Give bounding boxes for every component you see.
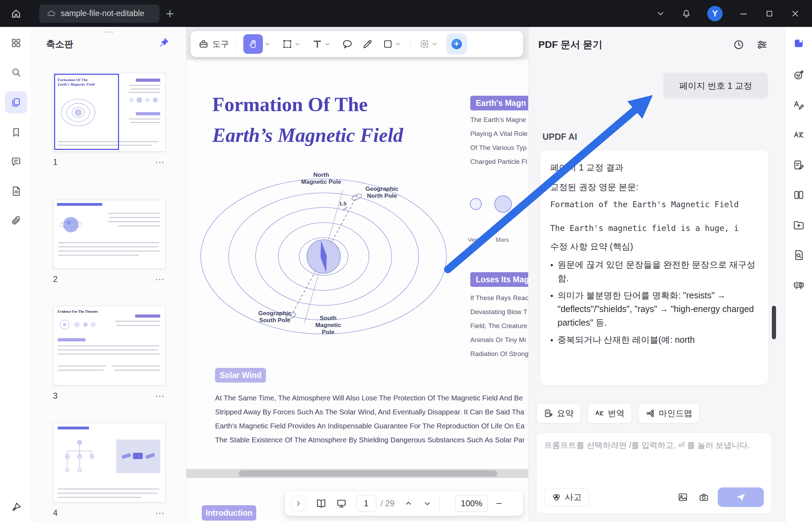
thumb-preview-4[interactable] [53,423,165,502]
ink-pen-icon[interactable] [10,502,22,513]
select-tool-chevron[interactable] [294,40,301,48]
response-bullet: ●의미가 불분명한 단어를 명확화: "resists" → "deflects… [550,289,759,329]
previous-page-chevron[interactable] [404,499,413,508]
tools-label: 도구 [212,38,229,50]
export-folder-icon[interactable] [793,219,805,231]
text-tool-chevron[interactable] [324,40,331,48]
translate-page-icon[interactable] [793,129,805,141]
section-text-line: Of The Various Typ [470,141,528,155]
tools-button[interactable]: 도구 [198,38,229,50]
page-number-input[interactable] [356,495,376,512]
page-number: 4 [53,508,58,518]
reader-panel-icon[interactable] [793,37,805,51]
response-heading: 페이지 1 교정 결과 [550,161,759,174]
history-icon[interactable] [733,39,745,51]
titlebar-controls: Y [656,6,812,21]
document-view: Formation Of The Earth’s Magnetic Field … [186,27,528,522]
document-icon[interactable] [10,186,22,197]
text-tool-icon[interactable] [312,38,323,50]
next-page-chevron[interactable] [422,499,432,508]
thumb-graphic [58,255,139,256]
prompt-input[interactable] [544,440,764,478]
ai-panel-title: PDF 문서 묻기 [538,38,603,51]
comments-icon[interactable] [10,156,22,167]
summary-icon [544,408,553,418]
notification-bell-icon[interactable] [681,9,691,19]
horizontal-scrollbar-thumb[interactable] [239,470,497,477]
bullet-icon: ● [550,258,553,285]
ocr-search-icon[interactable] [793,249,805,261]
thumb-graphic [136,79,160,82]
select-tool-icon[interactable] [282,38,293,50]
send-button[interactable] [718,487,764,507]
minimize-button[interactable] [739,9,748,19]
ai-assistant-icon[interactable] [793,69,805,81]
response-mono-line: The Earth's magnetic field is a huge, i [550,224,759,233]
zoom-level[interactable]: 100% [455,495,488,512]
capture-tool-chevron[interactable] [431,40,438,48]
thumb-more-button[interactable]: ⋯ [155,507,165,519]
updf-ai-button[interactable] [446,34,467,55]
home-button[interactable] [0,0,32,27]
thumb-more-button[interactable]: ⋯ [155,274,165,285]
thumb-preview-2[interactable] [53,200,165,269]
apps-grid-icon[interactable] [10,37,22,49]
thumb-more-button[interactable]: ⋯ [155,157,165,168]
zoom-out-button[interactable]: − [496,498,502,509]
reading-mode-icon[interactable] [316,498,327,509]
section-text: The Earth's Magne Playing A Vital Role O… [470,113,528,169]
hand-icon [248,39,258,49]
proofread-text-icon[interactable] [793,99,805,111]
translate-button[interactable]: 번역 [587,403,632,423]
hand-tool-button[interactable] [243,34,263,54]
bookmark-icon[interactable] [10,127,22,138]
label-south-magnetic-pole: Magnetic [315,322,341,328]
thumb-graphic [114,370,160,371]
thumb-graphic [116,325,160,326]
panel-drag-handle[interactable]: ⋯ [32,26,186,38]
capture-tool-icon[interactable] [419,38,430,50]
input-toolbar: 사고 [544,487,764,507]
comment-tool-icon[interactable] [342,38,353,50]
document-tab[interactable]: sample-file-not-editable [39,5,160,23]
pen-tool-icon[interactable] [362,38,373,50]
section-text-line: Radiation Of Strong [470,347,528,361]
screenshot-camera-icon[interactable] [698,492,709,503]
compare-columns-icon[interactable] [793,189,805,201]
form-fill-icon[interactable] [793,159,805,171]
panel-scrollbar-thumb[interactable] [772,306,776,339]
label-south-magnetic-pole: Pole [322,329,334,335]
thumb-more-button[interactable]: ⋯ [155,390,165,402]
label-geographic-south-pole: Geographic [258,310,291,317]
add-image-icon[interactable] [677,492,688,503]
hand-tool-chevron[interactable] [264,40,271,48]
new-tab-button[interactable]: + [166,7,174,21]
settings-sliders-icon[interactable] [756,39,768,51]
chevron-down-icon[interactable] [656,9,665,19]
close-button[interactable] [790,9,800,19]
assistant-name: UPDF AI [542,132,577,142]
slideshow-icon[interactable] [336,498,347,509]
shape-tool-chevron[interactable] [394,40,402,48]
presentation-icon[interactable] [793,279,805,291]
quick-actions: 요약 번역 마인드맵 [536,403,700,423]
section-text-line: If These Rays Reac [470,291,528,305]
pin-icon[interactable] [159,37,169,48]
sidebar-item-thumbnails[interactable] [5,91,27,114]
attachment-icon[interactable] [10,215,22,226]
summarize-button[interactable]: 요약 [536,403,581,423]
think-mode-button[interactable]: 사고 [544,488,589,506]
expand-nav-button[interactable] [290,495,307,512]
thumb-preview-3[interactable]: Evidence For The Theories [53,306,165,385]
label-geographic-north-pole: North Pole [367,193,397,199]
thumb-graphic [129,118,160,119]
thumb-graphic [116,439,161,474]
thumb-preview-1[interactable]: Formation Of The Earth's Magnetic Field [53,73,165,152]
mindmap-button[interactable]: 마인드맵 [638,403,700,423]
shape-tool-icon[interactable] [382,38,393,50]
avatar[interactable]: Y [707,6,723,21]
horizontal-scrollbar[interactable] [186,469,528,478]
maximize-button[interactable] [765,9,774,19]
paragraph-line: Earth's Magnetic Field Provides An Indis… [215,419,524,433]
search-icon[interactable] [10,67,22,78]
